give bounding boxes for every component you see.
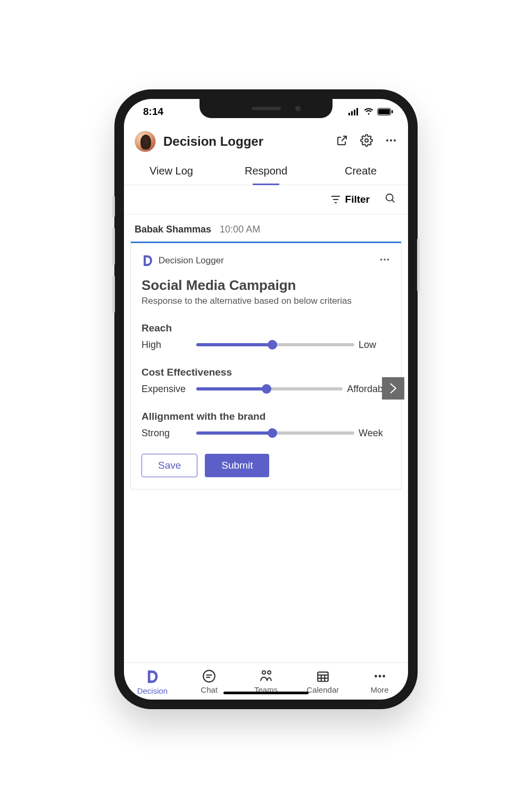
nav-label: Decision [137,686,168,695]
card-app-name: Decision Logger [159,255,373,266]
card-title: Social Media Campaign [142,277,390,294]
toolbar: Filter [124,185,408,214]
svg-point-30 [378,675,381,677]
nav-more[interactable]: More [351,669,408,695]
criteria-title: Cost Effectiveness [142,367,390,378]
chevron-right-icon [389,383,397,394]
open-external-icon[interactable] [336,134,348,149]
criteria-title: Allignment with the brand [142,411,390,422]
filter-button[interactable]: Filter [330,194,370,205]
svg-point-7 [365,139,368,142]
phone-side-button [112,228,115,265]
svg-point-29 [375,675,377,677]
nav-label: Calendar [306,685,339,694]
phone-side-button [112,276,115,313]
svg-point-16 [380,259,383,261]
screen: 8:14 Decision Logger [124,99,408,700]
home-indicator[interactable] [223,692,309,694]
nav-label: Chat [201,685,218,694]
slider-label-left: Strong [142,428,192,439]
criteria-cost: Cost Effectiveness Expensive Affordable [142,367,390,395]
battery-icon [377,108,393,115]
app-header: Decision Logger [124,124,408,160]
phone-side-button [112,196,115,217]
slider-label-left: Expensive [142,384,192,395]
svg-rect-2 [354,110,355,115]
svg-rect-5 [378,109,390,114]
slider-label-right: Week [359,428,390,439]
svg-point-8 [386,139,388,142]
slider-reach[interactable] [196,339,354,350]
svg-rect-6 [392,110,393,113]
svg-rect-3 [356,108,358,115]
tab-view-log[interactable]: View Log [124,160,219,185]
post-time: 10:00 AM [220,224,260,235]
decision-card: Decision Logger Social Media Campaign Re… [130,242,402,489]
nav-decision[interactable]: Decision [124,669,181,695]
filter-icon [330,195,341,204]
svg-rect-0 [348,113,350,115]
submit-button[interactable]: Submit [205,454,269,477]
status-time: 8:14 [143,106,163,118]
slider-label-right: Low [359,339,390,351]
post-author: Babak Shammas [135,224,211,235]
svg-point-23 [268,671,271,674]
criteria-title: Reach [142,322,390,334]
svg-line-15 [392,200,395,202]
avatar[interactable] [135,131,156,152]
more-icon[interactable] [385,134,397,149]
criteria-alignment: Allignment with the brand Strong Week [142,411,390,439]
wifi-icon [363,108,374,115]
card-subtitle: Response to the alternative based on bel… [142,296,390,306]
phone-frame: 8:14 Decision Logger [114,89,418,709]
svg-rect-1 [351,111,353,115]
nav-label: More [370,685,388,694]
notch [200,99,332,118]
decision-logger-icon [142,254,153,267]
svg-point-10 [394,139,396,142]
cellular-icon [348,108,360,115]
svg-point-9 [390,139,392,142]
post-meta: Babak Shammas 10:00 AM [127,214,405,242]
save-button[interactable]: Save [142,454,197,477]
svg-point-14 [386,194,393,201]
calendar-icon [316,669,330,683]
more-icon [373,669,387,683]
slider-cost[interactable] [196,384,343,394]
teams-icon [259,669,273,683]
svg-point-22 [262,671,265,674]
svg-point-18 [387,259,389,261]
chat-icon [202,669,216,683]
filter-label: Filter [345,194,370,205]
app-title: Decision Logger [163,134,328,149]
content-area: Babak Shammas 10:00 AM Decision Logger S… [124,214,408,662]
search-icon[interactable] [385,193,396,206]
slider-alignment[interactable] [196,428,354,438]
svg-point-19 [203,670,215,682]
gear-icon[interactable] [360,134,373,149]
slider-label-left: High [142,339,192,351]
tab-create[interactable]: Create [313,160,408,185]
tab-respond[interactable]: Respond [219,160,313,185]
svg-rect-24 [318,672,328,681]
phone-side-button [417,238,420,292]
criteria-reach: Reach High Low [142,322,390,351]
svg-point-17 [384,259,386,261]
decision-icon [145,669,159,684]
card-more-icon[interactable] [379,254,390,268]
svg-point-31 [383,675,385,677]
next-button[interactable] [382,377,404,400]
tab-bar: View Log Respond Create [124,160,408,185]
